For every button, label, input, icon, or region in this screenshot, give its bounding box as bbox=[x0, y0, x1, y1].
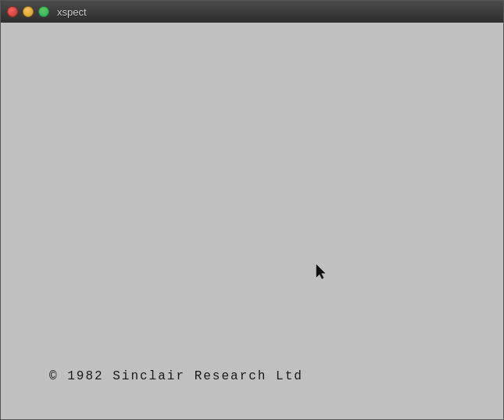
window-title: xspect bbox=[57, 6, 87, 18]
minimize-button[interactable] bbox=[23, 6, 34, 17]
copyright-label: © 1982 Sinclair Research Ltd bbox=[49, 369, 303, 383]
mouse-cursor-icon bbox=[315, 263, 327, 280]
titlebar: xspect bbox=[1, 1, 503, 23]
spectrum-screen: © 1982 Sinclair Research Ltd bbox=[1, 23, 503, 419]
emulator-display[interactable]: © 1982 Sinclair Research Ltd bbox=[1, 23, 503, 419]
main-window: xspect © 1982 Sinclair Research Ltd bbox=[0, 0, 504, 420]
maximize-button[interactable] bbox=[38, 6, 49, 17]
close-button[interactable] bbox=[7, 6, 18, 17]
